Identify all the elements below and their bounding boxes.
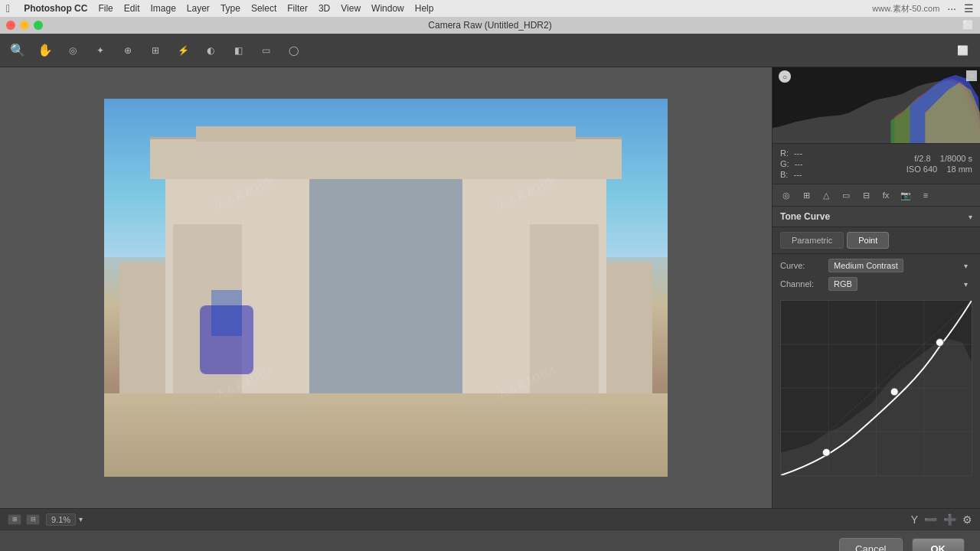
zoom-dropdown[interactable]: ▾ [79,515,83,523]
split-toning-icon[interactable]: ⊟ [858,187,874,203]
spot-removal-tool[interactable]: ◐ [202,42,219,59]
rgb-info: R: --- G: --- B: --- f/2.8 1/8000 s [773,144,980,184]
curve-select[interactable]: Medium Contrast [828,259,903,272]
menu-edit[interactable]: Edit [124,3,140,14]
share-icon: ⬜ [962,20,974,31]
y-icon[interactable]: Y [911,514,918,526]
zoom-control: 9.1% ▾ [46,514,83,526]
settings-icon[interactable]: ⚙ [962,514,972,526]
aperture: f/2.8 1/8000 s [906,154,972,163]
channel-label: Channel: [780,279,822,289]
channel-select[interactable]: RGB [828,277,858,291]
r-value: R: --- [780,148,803,158]
tone-curve-header: Tone Curve ▾ [773,207,980,227]
panel-title: Tone Curve [780,211,830,222]
radial-filter-tool[interactable]: ◯ [285,42,302,59]
menu-3d[interactable]: 3D [318,3,330,14]
curve-graph[interactable] [780,300,972,476]
canvas-statusbar: ⊞ ⊟ 9.1% ▾ Y ➖ ➕ ⚙ [0,508,980,530]
g-value: G: --- [780,159,803,168]
curve-svg [781,301,972,475]
straighten-tool[interactable]: ⚡ [175,42,191,59]
zoom-value[interactable]: 9.1% [46,514,76,526]
rgb-values: R: --- G: --- B: --- [780,148,803,179]
maximize-button[interactable] [34,21,43,30]
minimize-button[interactable] [20,21,29,30]
detail-panel-icon[interactable]: △ [818,187,834,203]
iso-focal: ISO 640 18 mm [906,165,972,174]
menu-view[interactable]: View [341,3,361,14]
curve-row: Curve: Medium Contrast [780,259,972,272]
crop-tool[interactable]: ⊞ [147,42,164,59]
minus-icon[interactable]: ➖ [924,514,937,526]
curve-select-wrapper[interactable]: Medium Contrast [828,259,972,272]
photo-container: 人人素材社区 人人素材社区 人人素材社区 人人素材社区 [104,99,668,477]
b-value: B: --- [780,170,803,179]
channel-row: Channel: RGB [780,277,972,291]
toolbar: 🔍 ✋ ◎ ✦ ⊕ ⊞ ⚡ ◐ ◧ ▭ ◯ ⬜ [0,34,980,67]
status-icons: ⊞ ⊟ [8,514,40,525]
tone-curve-panel-icon[interactable]: ⊞ [799,187,814,203]
svg-point-11 [936,339,944,347]
graduated-filter-tool[interactable]: ▭ [257,42,274,59]
ok-button[interactable]: OK [912,538,965,551]
fit-icon[interactable]: ⊞ [8,514,21,525]
site-watermark: www.素材-50.com [872,3,939,15]
tab-parametric[interactable]: Parametric [780,232,844,249]
hsl-panel-icon[interactable]: ▭ [838,187,854,203]
panel-tools: ◎ ⊞ △ ▭ ⊟ fx 📷 ≡ [773,184,980,207]
full-icon[interactable]: ⊟ [26,514,40,525]
close-button[interactable] [6,21,15,30]
tab-point[interactable]: Point [847,232,889,249]
color-sampler-tool[interactable]: ✦ [92,42,109,59]
title-right: ⬜ [962,20,974,31]
menu-type[interactable]: Type [220,3,240,14]
basic-panel-icon[interactable]: ◎ [779,187,794,203]
cancel-button[interactable]: Cancel [839,538,902,551]
histogram-svg [773,67,980,143]
right-panel: ○ ≡ R: --- [772,67,980,508]
zoom-tool[interactable]: 🔍 [9,42,26,59]
presets-icon[interactable]: ≡ [918,187,933,203]
status-right: Y ➖ ➕ ⚙ [911,514,972,526]
menu-select[interactable]: Select [251,3,276,14]
exif-info: f/2.8 1/8000 s ISO 640 18 mm [906,154,972,174]
bottom-buttons: Cancel OK [0,530,980,551]
histogram: ○ ≡ [773,67,980,144]
menu-bar:  Photoshop CC File Edit Image Layer Typ… [0,0,980,17]
canvas-area: 人人素材社区 人人素材社区 人人素材社区 人人素材社区 [0,67,772,508]
svg-point-10 [890,388,898,396]
targeted-adjustment-tool[interactable]: ⊕ [119,42,136,59]
curve-controls: Curve: Medium Contrast Channel: RGB [773,254,980,295]
menu-layer[interactable]: Layer [187,3,210,14]
menu-extras: ··· [947,2,956,15]
histogram-icon: ○ [779,70,791,83]
menu-list-icon: ☰ [964,2,974,15]
tone-curve-panel: Tone Curve ▾ Parametric Point Curve: Med… [773,207,980,508]
histogram-menu[interactable]: ≡ [966,70,977,81]
collapse-icon[interactable]: ▾ [969,213,972,221]
lens-corrections-icon[interactable]: fx [878,187,893,203]
full-screen-preview[interactable]: ⬜ [954,42,971,59]
toolbar-right: ⬜ [954,42,971,59]
menu-image[interactable]: Image [150,3,175,14]
svg-point-9 [822,448,830,456]
window-title: Camera Raw (Untitled_HDR2) [428,20,551,31]
white-balance-tool[interactable]: ◎ [64,42,81,59]
channel-select-wrapper[interactable]: RGB [828,277,972,291]
menu-window[interactable]: Window [371,3,404,14]
window-controls [6,21,43,30]
apple-logo:  [6,2,10,15]
menu-filter[interactable]: Filter [287,3,308,14]
main-content: 人人素材社区 人人素材社区 人人素材社区 人人素材社区 ○ [0,67,980,508]
camera-calibration-icon[interactable]: 📷 [898,187,913,203]
hand-tool[interactable]: ✋ [37,42,54,59]
menu-help[interactable]: Help [415,3,434,14]
curve-tabs: Parametric Point [773,227,980,254]
menu-file[interactable]: File [98,3,113,14]
title-bar: Camera Raw (Untitled_HDR2) ⬜ [0,17,980,34]
app-name: Photoshop CC [24,3,87,14]
plus-icon[interactable]: ➕ [943,514,956,526]
red-eye-tool[interactable]: ◧ [230,42,247,59]
menu-right: www.素材-50.com ··· ☰ [872,2,974,15]
